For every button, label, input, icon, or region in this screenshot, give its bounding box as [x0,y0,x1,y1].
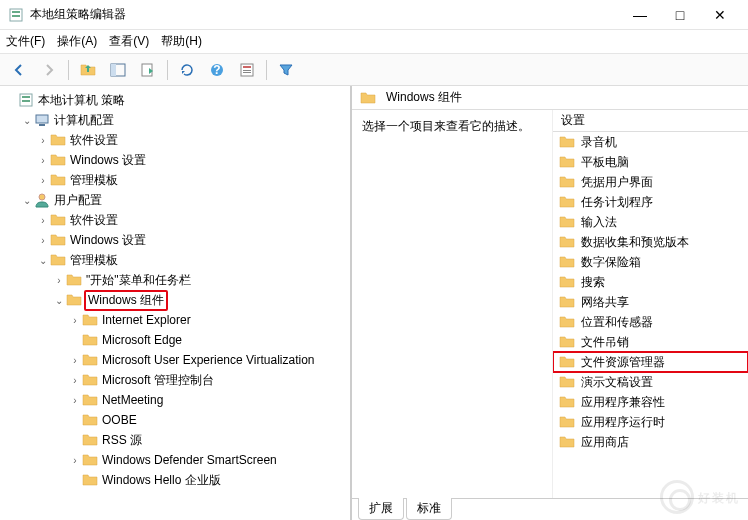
list-item-label: 应用商店 [581,434,629,451]
tree-label: Windows 组件 [84,290,168,311]
tree-muev[interactable]: ›Microsoft User Experience Virtualizatio… [68,350,350,370]
back-button[interactable] [6,57,32,83]
folder-icon [82,372,98,388]
show-hide-tree-button[interactable] [105,57,131,83]
menu-action[interactable]: 操作(A) [57,33,97,50]
folder-icon [559,374,575,390]
forward-button[interactable] [36,57,62,83]
folder-icon [50,232,66,248]
tree-hello[interactable]: Windows Hello 企业版 [68,470,350,490]
list-item[interactable]: 网络共享 [553,292,748,312]
tree-edge[interactable]: Microsoft Edge [68,330,350,350]
folder-icon [82,312,98,328]
list-item-label: 应用程序兼容性 [581,394,665,411]
properties-button[interactable] [234,57,260,83]
folder-icon [82,412,98,428]
tree-pane[interactable]: 本地计算机 策略 ⌄ 计算机配置 ›软件设置 ›Windows 设置 ›管理模板 [0,86,352,520]
tree-mmc[interactable]: ›Microsoft 管理控制台 [68,370,350,390]
folder-icon [559,294,575,310]
tree-start-menu[interactable]: ›"开始"菜单和任务栏 [52,270,350,290]
list-item[interactable]: 演示文稿设置 [553,372,748,392]
menu-view[interactable]: 查看(V) [109,33,149,50]
tree-label: 软件设置 [70,132,118,149]
titlebar: 本地组策略编辑器 — □ ✕ [0,0,748,30]
filter-button[interactable] [273,57,299,83]
tree-software-settings[interactable]: ›软件设置 [36,210,350,230]
svg-text:?: ? [213,63,220,77]
tree-label: Windows Hello 企业版 [102,472,221,489]
tree-admin-templates[interactable]: ⌄管理模板 [36,250,350,270]
list-item-label: 文件吊销 [581,334,629,351]
list-item[interactable]: 输入法 [553,212,748,232]
tree-software-settings[interactable]: ›软件设置 [36,130,350,150]
app-icon [8,7,24,23]
list-item[interactable]: 应用程序兼容性 [553,392,748,412]
description-pane: 选择一个项目来查看它的描述。 [352,110,552,498]
list-item[interactable]: 应用程序运行时 [553,412,748,432]
tree-netmeeting[interactable]: ›NetMeeting [68,390,350,410]
tree-admin-templates[interactable]: ›管理模板 [36,170,350,190]
tree-ie[interactable]: ›Internet Explorer [68,310,350,330]
maximize-button[interactable]: □ [660,1,700,29]
tree-rss[interactable]: RSS 源 [68,430,350,450]
list-item[interactable]: 数字保险箱 [553,252,748,272]
tree-windows-settings[interactable]: ›Windows 设置 [36,230,350,250]
folder-icon [559,174,575,190]
tree-root[interactable]: 本地计算机 策略 [4,90,350,110]
svg-rect-14 [243,72,251,73]
tree-label: Windows Defender SmartScreen [102,453,277,467]
tree-label: Microsoft Edge [102,333,182,347]
settings-list[interactable]: 设置 录音机平板电脑凭据用户界面任务计划程序输入法数据收集和预览版本数字保险箱搜… [552,110,748,498]
collapse-icon[interactable]: ⌄ [20,195,34,206]
collapse-icon[interactable]: ⌄ [20,115,34,126]
help-button[interactable]: ? [204,57,230,83]
list-item[interactable]: 任务计划程序 [553,192,748,212]
details-header: Windows 组件 [352,86,748,110]
tree-user-config[interactable]: ⌄ 用户配置 [20,190,350,210]
list-item[interactable]: 录音机 [553,132,748,152]
user-icon [34,192,50,208]
folder-icon [559,254,575,270]
list-item-label: 搜索 [581,274,605,291]
list-item[interactable]: 文件资源管理器 [553,352,748,372]
computer-icon [34,112,50,128]
list-item-label: 演示文稿设置 [581,374,653,391]
folder-icon [559,154,575,170]
folder-icon [82,332,98,348]
up-button[interactable] [75,57,101,83]
folder-icon [559,434,575,450]
list-item-label: 录音机 [581,134,617,151]
list-item-label: 任务计划程序 [581,194,653,211]
list-item[interactable]: 位置和传感器 [553,312,748,332]
refresh-button[interactable] [174,57,200,83]
menu-file[interactable]: 文件(F) [6,33,45,50]
tree-computer-config[interactable]: ⌄ 计算机配置 [20,110,350,130]
folder-icon [559,394,575,410]
export-list-button[interactable] [135,57,161,83]
tree-windows-components[interactable]: ⌄Windows 组件 [52,290,350,310]
tree-label: OOBE [102,413,137,427]
menu-help[interactable]: 帮助(H) [161,33,202,50]
close-button[interactable]: ✕ [700,1,740,29]
minimize-button[interactable]: — [620,1,660,29]
tab-standard[interactable]: 标准 [406,498,452,520]
tree-label: Windows 设置 [70,232,146,249]
tree-defender-smartscreen[interactable]: ›Windows Defender SmartScreen [68,450,350,470]
folder-icon [82,472,98,488]
list-item[interactable]: 文件吊销 [553,332,748,352]
folder-icon [559,194,575,210]
tab-extended[interactable]: 扩展 [358,498,404,520]
collapse-icon[interactable]: ⌄ [52,295,66,306]
list-item[interactable]: 数据收集和预览版本 [553,232,748,252]
folder-icon [559,214,575,230]
collapse-icon[interactable]: ⌄ [36,255,50,266]
tree-oobe[interactable]: OOBE [68,410,350,430]
window-title: 本地组策略编辑器 [30,6,620,23]
list-item[interactable]: 平板电脑 [553,152,748,172]
column-header-setting[interactable]: 设置 [553,110,748,132]
list-item[interactable]: 搜索 [553,272,748,292]
tree-windows-settings[interactable]: ›Windows 设置 [36,150,350,170]
list-item[interactable]: 凭据用户界面 [553,172,748,192]
list-item[interactable]: 应用商店 [553,432,748,452]
folder-icon [360,90,376,106]
